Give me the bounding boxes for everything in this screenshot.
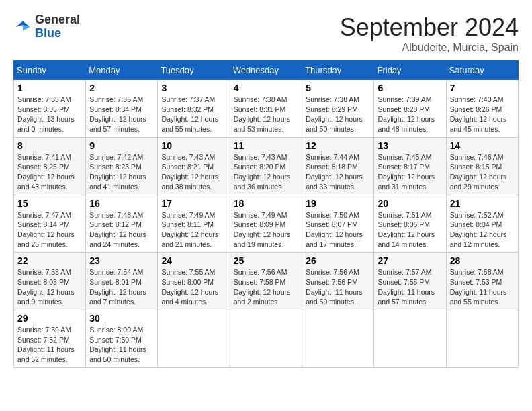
day-info: Sunrise: 7:56 AMSunset: 7:58 PMDaylight:…: [234, 268, 291, 306]
weekday-header-tuesday: Tuesday: [158, 61, 230, 80]
day-number: 8: [17, 140, 82, 151]
calendar-cell: 13Sunrise: 7:45 AMSunset: 8:17 PMDayligh…: [374, 137, 446, 195]
day-number: 3: [161, 83, 226, 93]
day-number: 5: [306, 83, 370, 93]
day-number: 4: [234, 83, 299, 93]
calendar-cell: 5Sunrise: 7:38 AMSunset: 8:29 PMDaylight…: [302, 80, 374, 138]
calendar-cell: 7Sunrise: 7:40 AMSunset: 8:26 PMDaylight…: [446, 80, 518, 138]
day-info: Sunrise: 7:49 AMSunset: 8:11 PMDaylight:…: [161, 211, 218, 248]
calendar-cell: 16Sunrise: 7:48 AMSunset: 8:12 PMDayligh…: [86, 195, 158, 253]
logo: General Blue: [13, 13, 80, 40]
calendar-cell: [446, 310, 518, 368]
calendar-cell: 1Sunrise: 7:35 AMSunset: 8:35 PMDaylight…: [14, 80, 86, 138]
day-number: 25: [234, 255, 299, 266]
day-info: Sunrise: 7:58 AMSunset: 7:53 PMDaylight:…: [450, 268, 507, 306]
day-info: Sunrise: 7:36 AMSunset: 8:34 PMDaylight:…: [89, 95, 146, 133]
calendar-cell: 6Sunrise: 7:39 AMSunset: 8:28 PMDaylight…: [374, 80, 446, 138]
day-info: Sunrise: 7:40 AMSunset: 8:26 PMDaylight:…: [450, 95, 507, 133]
day-info: Sunrise: 7:44 AMSunset: 8:18 PMDaylight:…: [306, 153, 363, 191]
weekday-header-saturday: Saturday: [446, 61, 518, 80]
day-number: 30: [89, 313, 154, 324]
calendar-cell: 29Sunrise: 7:59 AMSunset: 7:52 PMDayligh…: [14, 310, 86, 368]
day-number: 21: [450, 198, 515, 209]
calendar-cell: 30Sunrise: 8:00 AMSunset: 7:50 PMDayligh…: [86, 310, 158, 368]
day-info: Sunrise: 7:41 AMSunset: 8:25 PMDaylight:…: [17, 153, 75, 191]
calendar-cell: 27Sunrise: 7:57 AMSunset: 7:55 PMDayligh…: [374, 253, 446, 310]
logo-bird-icon: [13, 17, 32, 36]
day-info: Sunrise: 7:38 AMSunset: 8:29 PMDaylight:…: [306, 95, 363, 133]
weekday-header-wednesday: Wednesday: [230, 61, 302, 80]
calendar-cell: 19Sunrise: 7:50 AMSunset: 8:07 PMDayligh…: [302, 195, 374, 253]
day-info: Sunrise: 7:43 AMSunset: 8:21 PMDaylight:…: [161, 153, 218, 191]
day-number: 13: [378, 140, 442, 151]
day-number: 19: [306, 198, 370, 209]
calendar-cell: 15Sunrise: 7:47 AMSunset: 8:14 PMDayligh…: [14, 195, 86, 253]
day-info: Sunrise: 7:53 AMSunset: 8:03 PMDaylight:…: [17, 268, 75, 306]
calendar-cell: 26Sunrise: 7:56 AMSunset: 7:56 PMDayligh…: [302, 253, 374, 310]
calendar-cell: 18Sunrise: 7:49 AMSunset: 8:09 PMDayligh…: [230, 195, 302, 253]
calendar-cell: 28Sunrise: 7:58 AMSunset: 7:53 PMDayligh…: [446, 253, 518, 310]
calendar-table: SundayMondayTuesdayWednesdayThursdayFrid…: [13, 60, 519, 368]
day-info: Sunrise: 7:43 AMSunset: 8:20 PMDaylight:…: [234, 153, 291, 191]
weekday-header-monday: Monday: [86, 61, 158, 80]
day-number: 22: [17, 255, 82, 266]
day-number: 23: [89, 255, 154, 266]
day-info: Sunrise: 7:38 AMSunset: 8:31 PMDaylight:…: [234, 95, 291, 133]
day-number: 29: [17, 313, 82, 324]
location-text: Albudeite, Murcia, Spain: [340, 42, 519, 54]
day-number: 27: [378, 255, 442, 266]
calendar-cell: 12Sunrise: 7:44 AMSunset: 8:18 PMDayligh…: [302, 137, 374, 195]
calendar-cell: 22Sunrise: 7:53 AMSunset: 8:03 PMDayligh…: [14, 253, 86, 310]
day-number: 24: [161, 255, 226, 266]
day-number: 11: [234, 140, 299, 151]
page-header: General Blue September 2024 Albudeite, M…: [13, 13, 519, 54]
calendar-cell: 3Sunrise: 7:37 AMSunset: 8:32 PMDaylight…: [158, 80, 230, 138]
calendar-cell: 2Sunrise: 7:36 AMSunset: 8:34 PMDaylight…: [86, 80, 158, 138]
weekday-header-sunday: Sunday: [14, 61, 86, 80]
calendar-cell: 8Sunrise: 7:41 AMSunset: 8:25 PMDaylight…: [14, 137, 86, 195]
calendar-week-1: 1Sunrise: 7:35 AMSunset: 8:35 PMDaylight…: [14, 80, 519, 138]
day-info: Sunrise: 7:46 AMSunset: 8:15 PMDaylight:…: [450, 153, 507, 191]
calendar-week-2: 8Sunrise: 7:41 AMSunset: 8:25 PMDaylight…: [14, 137, 519, 195]
day-info: Sunrise: 7:52 AMSunset: 8:04 PMDaylight:…: [450, 211, 507, 248]
day-number: 26: [306, 255, 370, 266]
calendar-week-5: 29Sunrise: 7:59 AMSunset: 7:52 PMDayligh…: [14, 310, 519, 368]
day-info: Sunrise: 8:00 AMSunset: 7:50 PMDaylight:…: [89, 326, 146, 363]
month-title: September 2024: [340, 13, 519, 42]
calendar-cell: 9Sunrise: 7:42 AMSunset: 8:23 PMDaylight…: [86, 137, 158, 195]
calendar-cell: 24Sunrise: 7:55 AMSunset: 8:00 PMDayligh…: [158, 253, 230, 310]
day-info: Sunrise: 7:45 AMSunset: 8:17 PMDaylight:…: [378, 153, 435, 191]
day-number: 18: [234, 198, 299, 209]
calendar-cell: 17Sunrise: 7:49 AMSunset: 8:11 PMDayligh…: [158, 195, 230, 253]
title-area: September 2024 Albudeite, Murcia, Spain: [340, 13, 519, 54]
calendar-cell: 23Sunrise: 7:54 AMSunset: 8:01 PMDayligh…: [86, 253, 158, 310]
day-number: 20: [378, 198, 442, 209]
logo-general-text: General: [35, 13, 80, 26]
calendar-cell: 4Sunrise: 7:38 AMSunset: 8:31 PMDaylight…: [230, 80, 302, 138]
weekday-header-thursday: Thursday: [302, 61, 374, 80]
calendar-cell: [302, 310, 374, 368]
day-number: 14: [450, 140, 515, 151]
day-info: Sunrise: 7:47 AMSunset: 8:14 PMDaylight:…: [17, 211, 75, 248]
calendar-cell: [230, 310, 302, 368]
day-number: 28: [450, 255, 515, 266]
day-info: Sunrise: 7:39 AMSunset: 8:28 PMDaylight:…: [378, 95, 435, 133]
day-info: Sunrise: 7:56 AMSunset: 7:56 PMDaylight:…: [306, 268, 363, 306]
day-number: 9: [89, 140, 154, 151]
calendar-week-3: 15Sunrise: 7:47 AMSunset: 8:14 PMDayligh…: [14, 195, 519, 253]
day-number: 17: [161, 198, 226, 209]
day-info: Sunrise: 7:42 AMSunset: 8:23 PMDaylight:…: [89, 153, 146, 191]
day-number: 1: [17, 83, 82, 93]
day-info: Sunrise: 7:51 AMSunset: 8:06 PMDaylight:…: [378, 211, 435, 248]
calendar-cell: 25Sunrise: 7:56 AMSunset: 7:58 PMDayligh…: [230, 253, 302, 310]
day-number: 10: [161, 140, 226, 151]
day-info: Sunrise: 7:59 AMSunset: 7:52 PMDaylight:…: [17, 326, 75, 363]
calendar-cell: 11Sunrise: 7:43 AMSunset: 8:20 PMDayligh…: [230, 137, 302, 195]
calendar-cell: 14Sunrise: 7:46 AMSunset: 8:15 PMDayligh…: [446, 137, 518, 195]
calendar-cell: [158, 310, 230, 368]
calendar-week-4: 22Sunrise: 7:53 AMSunset: 8:03 PMDayligh…: [14, 253, 519, 310]
day-number: 16: [89, 198, 154, 209]
day-number: 12: [306, 140, 370, 151]
day-info: Sunrise: 7:35 AMSunset: 8:35 PMDaylight:…: [17, 95, 75, 133]
day-info: Sunrise: 7:37 AMSunset: 8:32 PMDaylight:…: [161, 95, 218, 133]
